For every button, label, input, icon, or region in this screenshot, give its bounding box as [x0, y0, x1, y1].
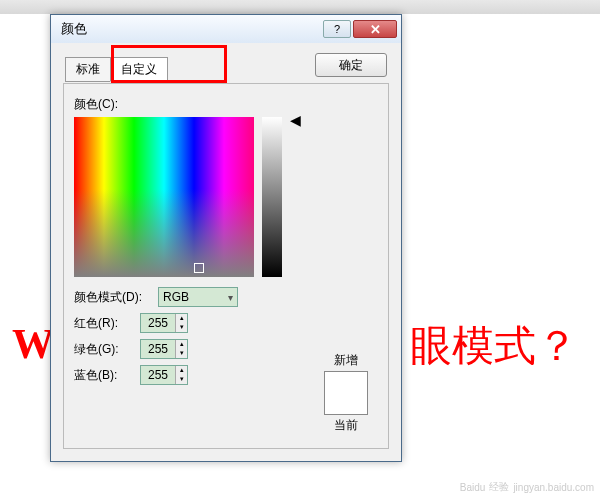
color-mode-value: RGB: [163, 290, 189, 304]
green-label: 绿色(G):: [74, 341, 134, 358]
swatch-area: 新增 当前: [316, 352, 376, 436]
window-chrome-edge: [0, 0, 600, 14]
blue-up-icon[interactable]: ▴: [175, 366, 187, 375]
current-swatch-label: 当前: [316, 417, 376, 434]
blue-input[interactable]: [141, 368, 175, 382]
watermark-sub: 经验: [489, 480, 509, 494]
new-swatch-label: 新增: [316, 352, 376, 369]
watermark: Baidu 经验 jingyan.baidu.com: [460, 480, 594, 494]
color-mode-label: 颜色模式(D):: [74, 289, 152, 306]
background-title-left: W: [12, 320, 54, 368]
red-up-icon[interactable]: ▴: [175, 314, 187, 323]
color-crosshair-icon[interactable]: [194, 263, 204, 273]
color-dialog: 颜色 ? ✕ 标准 自定义 确定 取消 颜色(C): ◀: [50, 14, 402, 462]
red-down-icon[interactable]: ▾: [175, 323, 187, 332]
new-current-swatch: [324, 371, 368, 415]
ok-button[interactable]: 确定: [315, 53, 387, 77]
blue-down-icon[interactable]: ▾: [175, 375, 187, 384]
color-mode-select[interactable]: RGB: [158, 287, 238, 307]
hue-sat-field[interactable]: [74, 117, 254, 277]
red-input[interactable]: [141, 316, 175, 330]
watermark-brand: Baidu: [460, 482, 486, 493]
blue-label: 蓝色(B):: [74, 367, 134, 384]
close-button[interactable]: ✕: [353, 20, 397, 38]
help-button[interactable]: ?: [323, 20, 351, 38]
green-input[interactable]: [141, 342, 175, 356]
background-title-right: 眼模式？: [410, 318, 578, 374]
green-up-icon[interactable]: ▴: [175, 340, 187, 349]
close-icon: ✕: [370, 22, 381, 37]
color-label: 颜色(C):: [74, 96, 118, 113]
red-label: 红色(R):: [74, 315, 134, 332]
tab-custom[interactable]: 自定义: [110, 57, 168, 82]
green-down-icon[interactable]: ▾: [175, 349, 187, 358]
tab-standard[interactable]: 标准: [65, 57, 111, 82]
blue-spinner[interactable]: ▴▾: [140, 365, 188, 385]
red-spinner[interactable]: ▴▾: [140, 313, 188, 333]
titlebar[interactable]: 颜色 ? ✕: [51, 15, 401, 43]
custom-panel: 颜色(C): ◀ 颜色模式(D): RGB 红色(R): ▴▾: [63, 83, 389, 449]
watermark-url: jingyan.baidu.com: [513, 482, 594, 493]
tab-strip: 标准 自定义: [65, 57, 167, 82]
titlebar-text: 颜色: [61, 20, 323, 38]
luminance-arrow-icon[interactable]: ◀: [290, 113, 301, 127]
green-spinner[interactable]: ▴▾: [140, 339, 188, 359]
luminance-slider[interactable]: [262, 117, 282, 277]
